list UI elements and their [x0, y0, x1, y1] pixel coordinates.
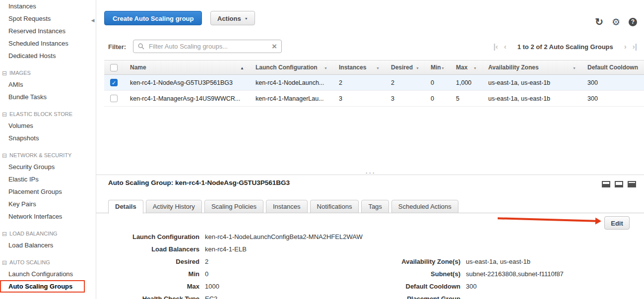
full-pane-icon[interactable]	[628, 181, 636, 187]
cell-instances: 2	[332, 79, 385, 86]
table-row[interactable]: ken-rc4-1-NodeAsg-G5TU3P561BG3 ken-rc4-1…	[104, 75, 644, 91]
sidebar-item-spot-requests[interactable]: Spot Requests	[0, 12, 96, 25]
sidebar-item-dedicated-hosts[interactable]: Dedicated Hosts	[0, 50, 96, 62]
field-label: Launch Configuration	[108, 232, 199, 242]
column-header-min[interactable]: Min	[424, 64, 450, 71]
create-auto-scaling-group-button[interactable]: Create Auto Scaling group	[104, 11, 202, 25]
cell-max: 1,000	[450, 79, 482, 86]
tab-instances[interactable]: Instances	[266, 200, 308, 213]
sidebar-item-snapshots[interactable]: Snapshots	[0, 132, 96, 144]
cell-launch-configuration: ken-rc4-1-ManagerLau...	[249, 95, 332, 102]
sidebar-item-security-groups[interactable]: Security Groups	[0, 161, 96, 173]
last-page-icon[interactable]	[633, 42, 637, 52]
help-icon[interactable]	[629, 18, 637, 26]
row-checkbox[interactable]	[110, 95, 118, 102]
column-header-default-cooldown[interactable]: Default Cooldown	[581, 64, 644, 71]
column-label: Availability Zones	[488, 64, 539, 71]
field-label: Min	[108, 269, 199, 279]
column-label: Desired	[391, 64, 413, 71]
field-label: Default Cooldown	[347, 282, 460, 292]
field-value: EC2	[205, 294, 217, 299]
previous-page-icon[interactable]	[504, 42, 507, 52]
field-label: Desired	[108, 257, 199, 267]
sidebar-item-key-pairs[interactable]: Key Pairs	[0, 198, 96, 210]
column-label: Default Cooldown	[587, 64, 638, 71]
tab-details[interactable]: Details	[108, 200, 143, 214]
tab-scaling-policies[interactable]: Scaling Policies	[204, 200, 263, 213]
cell-min: 0	[424, 79, 450, 86]
column-header-instances[interactable]: Instances	[332, 64, 385, 71]
gear-icon[interactable]	[612, 16, 620, 28]
column-header-availability-zones[interactable]: Availability Zones	[482, 64, 581, 71]
column-label: Instances	[339, 64, 366, 71]
tab-tags[interactable]: Tags	[361, 200, 388, 213]
column-filter-icon[interactable]	[376, 64, 380, 71]
sidebar-section-elastic-block-store: ELASTIC BLOCK STORE	[0, 109, 96, 120]
sidebar: Instances Spot Requests Reserved Instanc…	[0, 0, 96, 299]
sidebar-section-auto-scaling: AUTO SCALING	[0, 257, 96, 268]
section-collapse-icon[interactable]	[2, 111, 9, 117]
sidebar-section-network-security: NETWORK & SECURITY	[0, 150, 96, 161]
column-filter-icon[interactable]	[416, 64, 419, 71]
next-page-icon[interactable]	[624, 42, 627, 52]
actions-button[interactable]: Actions	[210, 11, 255, 25]
column-header-name[interactable]: Name	[124, 64, 249, 71]
cell-default-cooldown: 300	[581, 95, 644, 102]
sidebar-item-network-interfaces[interactable]: Network Interfaces	[0, 210, 96, 223]
sidebar-item-bundle-tasks[interactable]: Bundle Tasks	[0, 91, 96, 103]
details-panel-title: Auto Scaling Group: ken-rc4-1-NodeAsg-G5…	[108, 179, 290, 186]
sidebar-item-amis[interactable]: AMIs	[0, 78, 96, 91]
clear-filter-icon[interactable]	[272, 42, 277, 52]
column-filter-icon[interactable]	[573, 64, 576, 71]
cell-launch-configuration: ken-rc4-1-NodeLaunch...	[249, 79, 332, 86]
sidebar-item-instances[interactable]: Instances	[0, 0, 96, 12]
bottom-pane-icon[interactable]	[615, 181, 623, 187]
panel-resize-handle[interactable]	[366, 169, 376, 177]
section-collapse-icon[interactable]	[2, 70, 9, 76]
split-pane-icon[interactable]	[602, 181, 610, 187]
sidebar-item-auto-scaling-groups[interactable]: Auto Scaling Groups	[0, 280, 85, 293]
cell-availability-zones: us-east-1a, us-east-1b	[482, 95, 581, 102]
sidebar-section-images: IMAGES	[0, 67, 96, 78]
cell-name: ken-rc4-1-ManagerAsg-14US9WWCR...	[124, 95, 249, 102]
pagination-info: 1 to 2 of 2 Auto Scaling Groups	[517, 43, 613, 51]
field-value: us-east-1a, us-east-1b	[466, 257, 530, 267]
row-checkbox[interactable]	[110, 79, 118, 86]
column-filter-icon[interactable]	[441, 64, 445, 71]
tab-scheduled-actions[interactable]: Scheduled Actions	[391, 200, 458, 213]
field-label: Max	[108, 282, 199, 292]
first-page-icon[interactable]	[494, 42, 498, 52]
cell-name: ken-rc4-1-NodeAsg-G5TU3P561BG3	[124, 79, 249, 86]
column-filter-icon[interactable]	[324, 64, 327, 71]
field-label: Placement Group	[347, 294, 460, 299]
filter-input[interactable]	[148, 42, 272, 51]
edit-button[interactable]: Edit	[604, 216, 630, 230]
sidebar-item-reserved-instances[interactable]: Reserved Instances	[0, 25, 96, 37]
column-header-launch-configuration[interactable]: Launch Configuration	[249, 64, 332, 71]
field-label: Health Check Type	[108, 294, 199, 299]
section-collapse-icon[interactable]	[2, 259, 9, 265]
tab-activity-history[interactable]: Activity History	[146, 200, 202, 213]
column-label: Min	[431, 64, 441, 71]
search-icon	[138, 43, 144, 50]
sidebar-item-scheduled-instances[interactable]: Scheduled Instances	[0, 37, 96, 50]
toolbar-icons	[595, 16, 637, 28]
sidebar-collapse-arrow-icon[interactable]	[89, 15, 96, 26]
column-filter-icon[interactable]	[473, 64, 477, 71]
table-row[interactable]: ken-rc4-1-ManagerAsg-14US9WWCR... ken-rc…	[104, 91, 644, 107]
section-collapse-icon[interactable]	[2, 231, 9, 237]
sidebar-item-volumes[interactable]: Volumes	[0, 120, 96, 132]
sidebar-item-elastic-ips[interactable]: Elastic IPs	[0, 173, 96, 185]
sidebar-item-load-balancers[interactable]: Load Balancers	[0, 239, 96, 251]
sidebar-item-launch-configurations[interactable]: Launch Configurations	[0, 268, 96, 280]
section-collapse-icon[interactable]	[2, 152, 9, 158]
tab-notifications[interactable]: Notifications	[310, 200, 359, 213]
sidebar-section-label: IMAGES	[9, 70, 31, 76]
column-header-desired[interactable]: Desired	[385, 64, 424, 71]
details-right-column: Availability Zone(s)us-east-1a, us-east-…	[347, 257, 635, 299]
select-all-checkbox[interactable]	[110, 64, 118, 71]
column-header-max[interactable]: Max	[450, 64, 482, 71]
refresh-icon[interactable]	[595, 16, 603, 28]
table-header-row: Name Launch Configuration Instances Desi…	[104, 60, 644, 75]
sidebar-item-placement-groups[interactable]: Placement Groups	[0, 185, 96, 198]
